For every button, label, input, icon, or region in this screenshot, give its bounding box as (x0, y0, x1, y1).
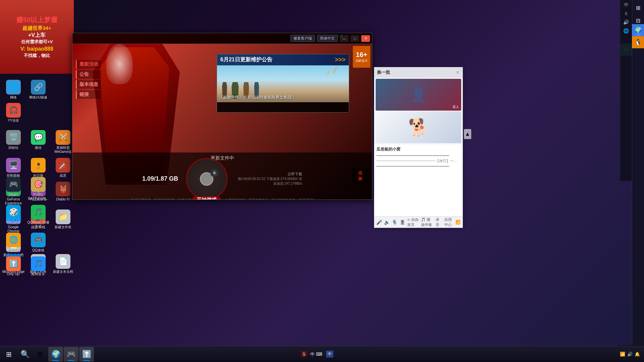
nav-activities[interactable]: 最新活动 (76, 60, 101, 69)
taskbar-chrome[interactable]: 🌍 (48, 347, 63, 362)
taskbar: ⊞ 🔍 ⧉ 🌍 🎮 ⬆️ S · 中 ⌨ · 中 (0, 346, 644, 362)
icon-qqmusic[interactable]: 🎵 QQMusic-快播方式 (26, 203, 50, 230)
taskview-icon: ⧉ (38, 350, 43, 359)
icon-huishou[interactable]: 🗑️ 回收站 (1, 129, 25, 155)
lang-btn[interactable]: 简体中文 (317, 35, 338, 42)
launcher-close-btn[interactable]: ✕ (361, 35, 370, 42)
icon-diablo[interactable]: 👹 Diablo IV (51, 180, 75, 207)
announce-subtitle: 《族旗争锋》全新玩法特邀各路勇士来战！ (219, 95, 296, 100)
icon-newtext2-img: 📄 (56, 254, 70, 269)
icon-wangluouu[interactable]: 🔗 网络UU插速 (26, 78, 50, 101)
announce-header: 6月21日更新维护公告 >>> (217, 54, 349, 65)
announce-image: 《族旗争锋》全新玩法特邀各路勇士来战！ (217, 65, 349, 102)
icon-wegame[interactable]: 🎲 WeGame (1, 203, 25, 230)
icon-zhanyi[interactable]: 🗡️ 战意 (51, 157, 75, 179)
icon-steam[interactable]: 🎮 Steam (1, 176, 25, 202)
yy-thumb-1[interactable]: 👤 某人 (376, 79, 461, 111)
age-rating-number: 16+ (356, 51, 367, 59)
icon-wegame-lol-label: 英雄联盟WeGame版 (52, 146, 74, 154)
icon-weixin[interactable]: 💬 微信 (26, 129, 50, 155)
icon-wegame-label: WeGame (6, 221, 20, 225)
yy-thumb-2[interactable]: 🐕 (376, 111, 461, 143)
yy-freedomtalk-btn[interactable]: ⊙ 自由发言 (407, 217, 419, 227)
repair-client-btn[interactable]: 修复客户端 (290, 35, 315, 42)
panel-scroll-up-btn[interactable]: ▲ (464, 129, 471, 139)
icon-qqgame-label: QQ游戏 (32, 248, 44, 252)
yy-mic2-btn[interactable]: 🎙️ (392, 220, 397, 225)
tray-notification-icon[interactable]: 🔔 (635, 352, 640, 357)
taskbar-search[interactable]: 🔍 (17, 347, 32, 362)
rsnav-item-4[interactable]: 🌐 (623, 28, 629, 34)
icon-wegame-lol[interactable]: ⚔️ 英雄联盟WeGame版 (51, 129, 75, 155)
yy-toolbar-bar: 🎤 🔈 🎙️ 🎚️ ⊙ 自由发言 🎵 播放伴奏 录音 应用中心 📶 (374, 216, 463, 228)
icon-wangluouu-label: 网络UU插速 (29, 96, 47, 100)
icon-huishou-img: 🗑️ (6, 130, 21, 145)
nav-announcement[interactable]: 公告 (76, 70, 101, 79)
launcher-minimize-btn[interactable]: — (340, 35, 348, 42)
taskbar-onlyup[interactable]: ⬆️ (79, 347, 94, 362)
yy-mic-btn[interactable]: 🎤 (376, 220, 382, 225)
nav-version[interactable]: 版本信息 (76, 80, 101, 89)
icon-newfile1-label: 新建文件夹 (55, 225, 71, 229)
icon-onlyup-img: ⬆️ (6, 256, 21, 271)
yy-speaker-btn[interactable]: 🔈 (384, 220, 390, 225)
icon-diablo-img: 👹 (56, 182, 70, 196)
game-logo-watermark: 战旗 (352, 168, 369, 184)
icon-newfile1[interactable]: 📁 新建文件夹 (51, 208, 75, 235)
icon-newtext2[interactable]: 📄 新建文本文档 (51, 253, 75, 275)
yy-appcenter-btn[interactable]: 应用中心 (444, 217, 453, 227)
yy-close-btn[interactable]: ✕ (456, 70, 460, 75)
icon-mengsizhan[interactable]: 🌐 暑假战网 (1, 231, 25, 254)
icon-wangluo-img: 🌐 (6, 80, 21, 95)
launcher-maximize-btn[interactable]: □ (351, 35, 359, 42)
icon-wegame-lol-img: ⚔️ (56, 130, 70, 145)
start-icon: ⊞ (6, 350, 12, 358)
pause-icon[interactable]: ⏸ (210, 169, 218, 177)
ad-line6: 不找槛，物比 (24, 53, 50, 59)
taskbar-steam[interactable]: 🎮 (64, 347, 78, 362)
taskbar-taskview[interactable]: ⧉ (33, 347, 48, 362)
winkey-btn[interactable]: ⊞ (633, 3, 643, 13)
icon-qqgame[interactable]: 🎮 QQ游戏 (26, 231, 50, 254)
icon-kugou[interactable]: 🎵 酷狗音乐 (26, 255, 50, 278)
tray-volume-icon[interactable]: 🔊 (627, 352, 633, 357)
rsnav-item-3[interactable]: 🔊 (623, 19, 629, 25)
launcher-bottom-area: 更新文件中 1.09/1.87 GB ⏸ (72, 153, 372, 199)
rsnav-item-1[interactable]: 中 (624, 2, 629, 8)
play-btn-label[interactable]: 开始游戏 (193, 196, 221, 200)
announce-title: 6月21日更新维护公告 (220, 56, 272, 63)
ime-keyboard-btn[interactable]: ⌨ (316, 352, 322, 357)
yy-msg-3: ━━━━━━━━━━━━━━━━━━━━━━━━━━━━━━━ (376, 164, 461, 169)
ime-s-btn[interactable]: S (301, 351, 307, 357)
launcher-actions: 1.09/1.87 GB ⏸ 开始游戏 (72, 161, 372, 196)
icon-onlyup[interactable]: ⬆️ Only Up! (1, 255, 25, 278)
right-side-nav: ⊞ ⊟ 🔲 (632, 0, 644, 362)
icon-wangluouu-img: 🔗 (31, 80, 46, 95)
icon-controlpanel-img: 🖥️ (6, 158, 21, 173)
icon-zhanyi-img: 🗡️ (56, 158, 70, 173)
search-icon: 🔍 (20, 350, 30, 359)
icon-newfile1-img: 📁 (56, 209, 70, 224)
ad-line4: 任何需求都可+V (21, 39, 53, 45)
nav-links[interactable]: 链接 (76, 90, 101, 99)
icon-yyvoice[interactable]: 🎧 YY语音 (1, 102, 25, 124)
icon-pubg[interactable]: 🎯 PUBG BATTLEGR... (26, 176, 50, 202)
announce-arrow-btn[interactable]: >>> (335, 56, 345, 63)
dl-note[interactable]: 立即下载 (235, 172, 302, 177)
yy-mixer-btn[interactable]: 🎚️ (399, 220, 405, 225)
ime-cn-btn[interactable]: 中 (310, 351, 315, 357)
tray-network-icon[interactable]: 📶 (620, 352, 625, 357)
start-button[interactable]: ⊞ (1, 347, 16, 362)
ime-lang-btn[interactable]: 中 (326, 351, 333, 358)
yy-record-btn[interactable]: 录音 (436, 217, 440, 227)
ad-banner: 赚50以上梦履 超越世界34+ +V上车 任何需求都可+V V: baipao8… (0, 0, 74, 74)
qq-nav-btn[interactable]: 🐧 (632, 36, 644, 48)
rsnav-item-2[interactable]: S (625, 11, 627, 16)
taskbar-items: 🔍 ⧉ 🌍 🎮 ⬆️ (17, 347, 299, 362)
icon-qqgame-img: 🎮 (31, 233, 46, 247)
yy-music-btn[interactable]: 🎵 播放伴奏 (421, 217, 434, 227)
yy-panel: 换一批 ✕ 👤 某人 🐕 瓜老板的小窝 ━━━━━━━━━━━━━━━━━━━━… (374, 67, 463, 228)
update-status-label: 更新文件中 (72, 153, 372, 161)
chrome-nav-btn[interactable]: 🌍 (632, 24, 644, 36)
icon-wangluo[interactable]: 🌐 网络 (1, 78, 25, 101)
